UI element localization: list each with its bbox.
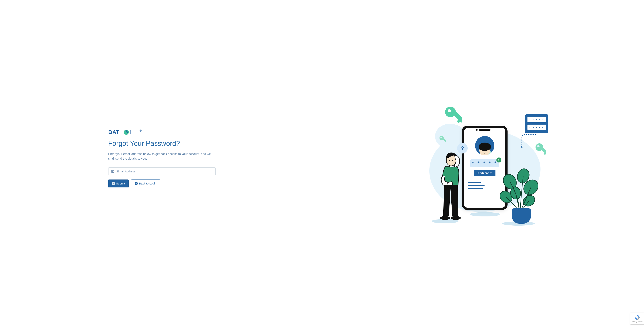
svg-text:I: I xyxy=(130,129,131,135)
password-masked: * * * * * ! xyxy=(470,160,499,167)
person-illustration xyxy=(431,151,466,221)
recaptcha-icon xyxy=(634,315,640,320)
svg-point-20 xyxy=(440,216,450,220)
connector-line xyxy=(521,134,537,148)
page-title: Forgot Your Password? xyxy=(108,140,216,148)
illustration: ● ● ● ● ● ● ● ● ● ● xyxy=(424,103,542,225)
brand-logo: BAT I ® xyxy=(108,129,216,135)
recaptcha-badge[interactable]: Privacy - Terms xyxy=(630,313,644,325)
arrow-right-icon xyxy=(112,182,115,185)
back-label: Back to Login xyxy=(139,182,156,185)
masked-text: * * * * * xyxy=(472,160,498,166)
plant-pot xyxy=(512,208,531,224)
submit-button[interactable]: Submit xyxy=(108,179,129,187)
arrow-left-icon xyxy=(135,182,138,185)
form-panel: BAT I ® Forgot Your Password? Enter your… xyxy=(0,0,322,328)
svg-point-12 xyxy=(537,145,540,147)
cred-field-2: ● ● ● ● ● xyxy=(528,125,546,130)
form-inner: BAT I ® Forgot Your Password? Enter your… xyxy=(106,129,216,187)
brand-name: BAT I xyxy=(108,129,139,135)
brand-registered: ® xyxy=(140,129,142,132)
shadow xyxy=(470,212,500,216)
key-icon-small xyxy=(439,135,447,143)
credentials-card: ● ● ● ● ● ● ● ● ● ● xyxy=(525,114,548,133)
avatar-icon xyxy=(475,136,494,155)
alert-icon: ! xyxy=(496,158,502,163)
button-row: Submit Back to Login xyxy=(108,179,216,187)
svg-point-17 xyxy=(449,160,450,161)
phone-camera xyxy=(476,129,478,131)
email-icon xyxy=(111,170,114,173)
svg-point-9 xyxy=(440,137,442,138)
svg-point-18 xyxy=(452,160,453,161)
page-container: BAT I ® Forgot Your Password? Enter your… xyxy=(0,0,644,328)
svg-point-15 xyxy=(521,146,522,148)
plant-illustration xyxy=(500,166,538,224)
svg-point-5 xyxy=(448,109,451,112)
cred-field-1: ● ● ● ● ● xyxy=(528,117,546,122)
text-lines xyxy=(468,182,484,191)
key-icon xyxy=(445,106,462,127)
phone-notch xyxy=(479,129,490,131)
email-field[interactable] xyxy=(108,167,216,175)
illustration-panel: ● ● ● ● ● ● ● ● ● ● xyxy=(322,0,644,328)
question-mark: ? xyxy=(461,145,464,151)
page-description: Enter your email address below to get ba… xyxy=(108,152,216,161)
batoi-logo-icon: BAT I xyxy=(108,129,139,135)
email-input-wrap xyxy=(108,167,216,175)
svg-point-21 xyxy=(451,216,461,220)
svg-text:BAT: BAT xyxy=(108,129,120,135)
svg-point-8 xyxy=(440,136,444,140)
back-to-login-button[interactable]: Back to Login xyxy=(131,179,160,187)
svg-rect-10 xyxy=(443,138,447,142)
forgot-label: FORGOT xyxy=(474,170,496,176)
submit-label: Submit xyxy=(116,182,125,185)
recaptcha-links: Privacy - Terms xyxy=(632,321,642,323)
